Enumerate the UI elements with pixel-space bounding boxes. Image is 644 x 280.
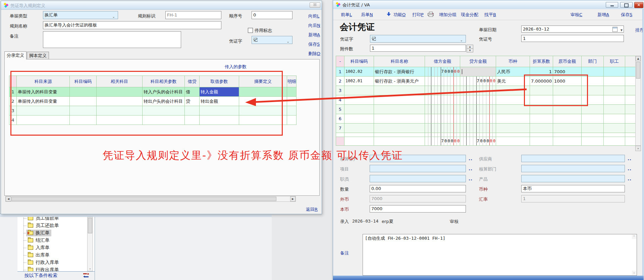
voucher-grid-row[interactable]: 11002.02银行存款 - 浙商银行700000人民币17000 xyxy=(336,67,636,77)
hscroll-left-button[interactable]: ◀ xyxy=(6,196,11,201)
tree-item-入库单[interactable]: 入库单 xyxy=(26,244,51,251)
staff-input[interactable] xyxy=(370,175,466,182)
project-input[interactable] xyxy=(370,165,466,172)
tree-scrollbar-thumb[interactable] xyxy=(88,218,92,233)
tree-item-换汇单[interactable]: 换汇单 xyxy=(26,230,51,236)
remark-input[interactable] xyxy=(43,31,181,48)
grid-cell-department[interactable] xyxy=(582,114,604,124)
local-amount-input[interactable]: 7000 xyxy=(370,205,466,213)
amount-cell[interactable] xyxy=(425,133,460,137)
grid-cell-account-name[interactable] xyxy=(374,124,425,133)
tree-item-员工借款单[interactable]: 员工借款单 xyxy=(26,217,61,222)
close-button[interactable]: ✕ xyxy=(634,2,643,8)
doc-type-combo[interactable]: 换汇单 ⌄ xyxy=(43,11,118,19)
amount-cell[interactable]: 700000 xyxy=(425,137,460,146)
grid-cell-staff[interactable] xyxy=(604,114,625,124)
grid-cell-account-name[interactable]: 银行存款 - 浙商银行 xyxy=(374,67,425,77)
product-browse-button[interactable]: .. xyxy=(628,176,632,181)
amount-cell[interactable] xyxy=(460,124,496,133)
grid-cell-department[interactable] xyxy=(582,124,604,133)
currency-type-input[interactable]: 本币 xyxy=(521,185,625,192)
rule-name-input[interactable]: 换汇单导入会计凭证的模板 xyxy=(43,21,221,29)
grid-cell-conversion-factor[interactable] xyxy=(530,105,553,114)
voucher-no-input[interactable]: 1 xyxy=(521,35,624,42)
voucher-word-combo-arrow[interactable]: ⌄ xyxy=(287,38,289,44)
grid-cell-staff[interactable] xyxy=(604,95,625,105)
grid-cell-staff[interactable] xyxy=(604,77,625,86)
rule-window-close-button[interactable]: ☒ xyxy=(310,2,320,8)
accounting-dept-input[interactable] xyxy=(521,165,625,172)
voucher-word-combo-r-arrow[interactable]: ⌄ xyxy=(460,37,463,43)
prev-button[interactable]: 向前L xyxy=(308,13,319,19)
rule-table-cell-detail[interactable] xyxy=(287,115,297,125)
hscroll-right-button[interactable]: ▶ xyxy=(290,196,296,201)
amount-cell[interactable]: 700000 xyxy=(460,137,496,146)
calendar-icon[interactable] xyxy=(612,27,618,32)
add-button[interactable]: 新增A xyxy=(308,32,320,38)
product-input[interactable] xyxy=(521,175,625,182)
swap-direction-icon[interactable] xyxy=(83,273,89,278)
supplier-input[interactable] xyxy=(521,155,625,162)
function-button[interactable]: 功能O xyxy=(393,12,406,18)
grid-cell-account-code[interactable] xyxy=(344,114,374,124)
grid-cell-account-code[interactable]: 1002.02 xyxy=(344,67,374,77)
grid-cell-original-amount[interactable] xyxy=(553,105,582,114)
amount-cell[interactable] xyxy=(425,124,460,133)
minimize-button[interactable] xyxy=(606,2,618,8)
amount-cell[interactable] xyxy=(460,133,496,137)
amount-cell[interactable] xyxy=(460,114,496,124)
staff-browse-button[interactable]: .. xyxy=(469,176,473,181)
rule-id-input[interactable]: FH-1 xyxy=(165,11,221,19)
return-button[interactable]: 返回R xyxy=(306,206,318,213)
grid-cell-credit-focused[interactable] xyxy=(460,67,496,77)
save-voucher-button[interactable]: 保存S xyxy=(621,12,632,18)
rule-panel-hscrollbar[interactable]: ◀ ▶ xyxy=(5,196,296,202)
grid-cell-staff[interactable] xyxy=(604,105,625,114)
tree-item-出库单[interactable]: 出库单 xyxy=(26,252,51,259)
grid-cell-original-amount[interactable] xyxy=(553,114,582,124)
grid-corner-scroll-button[interactable]: » xyxy=(635,146,641,151)
foreign-amount-input[interactable]: 7000 xyxy=(370,195,466,202)
amount-cell[interactable] xyxy=(425,114,460,124)
add-group-button[interactable]: 增加分组 xyxy=(439,12,457,18)
disable-flag-checkbox[interactable] xyxy=(248,28,253,33)
grid-cell-conversion-factor[interactable] xyxy=(530,114,553,124)
grid-cell-department[interactable] xyxy=(582,105,604,114)
grid-cell-currency[interactable] xyxy=(496,124,530,133)
grid-cell-staff[interactable] xyxy=(604,67,625,77)
quantity-input[interactable]: 0.00 xyxy=(370,185,466,192)
customer-browse-button[interactable]: .. xyxy=(469,156,473,161)
tree-scroll-down-button[interactable]: ⌄ xyxy=(88,266,93,271)
function-down-arrow-icon[interactable] xyxy=(387,12,391,16)
hscroll-thumb[interactable] xyxy=(11,197,276,201)
search-by-condition-link[interactable]: 按以下条件检索 xyxy=(24,273,57,279)
grid-cell-staff[interactable] xyxy=(604,124,625,133)
delete-button[interactable]: 删除D xyxy=(308,51,320,57)
save-button[interactable]: 保存S xyxy=(308,41,320,47)
sequence-input[interactable]: 0 xyxy=(252,11,292,19)
tree-item-行政出库单[interactable]: 行政出库单 xyxy=(26,267,61,271)
restore-button[interactable] xyxy=(620,2,633,8)
rule-window-titlebar[interactable]: 凭证导入规则定义 ☒ xyxy=(1,1,322,10)
doc-date-input[interactable]: 2026-03-12 ▼ xyxy=(521,26,624,33)
grid-cell-conversion-factor[interactable] xyxy=(530,124,553,133)
grid-scroll-up-button[interactable]: ▲ xyxy=(636,56,641,61)
grid-vscrollbar[interactable]: ▲ xyxy=(635,56,641,146)
note-scroll-down[interactable]: ⌄ xyxy=(632,271,636,275)
voucher-grid-row[interactable]: 6 xyxy=(336,114,636,124)
next-button[interactable]: 向后N xyxy=(308,22,320,29)
supplier-browse-button[interactable]: .. xyxy=(628,156,632,161)
note-textarea[interactable]: [自动生成 FH-26-03-12-0001 FH-1] ⌃ ⌄ xyxy=(363,234,637,276)
attachment-input[interactable]: 1 xyxy=(370,45,466,52)
project-browse-button[interactable]: .. xyxy=(469,166,473,171)
attachment-spinner[interactable]: ▲ ▼ xyxy=(467,45,473,52)
grid-cell-account-code[interactable] xyxy=(344,124,374,133)
tree-item-员工还款单[interactable]: 员工还款单 xyxy=(26,222,61,229)
printer-icon[interactable] xyxy=(428,12,434,16)
accounting-dept-browse-button[interactable]: .. xyxy=(628,166,632,171)
grid-cell-staff[interactable] xyxy=(604,86,625,95)
doc-type-combo-arrow[interactable]: ⌄ xyxy=(112,13,115,19)
voucher-window-titlebar[interactable]: 会计凭证 / VA ✕ xyxy=(333,0,644,9)
cash-allocation-button[interactable]: 现金分配 xyxy=(461,12,478,18)
grid-vscroll-thumb[interactable] xyxy=(636,62,640,79)
